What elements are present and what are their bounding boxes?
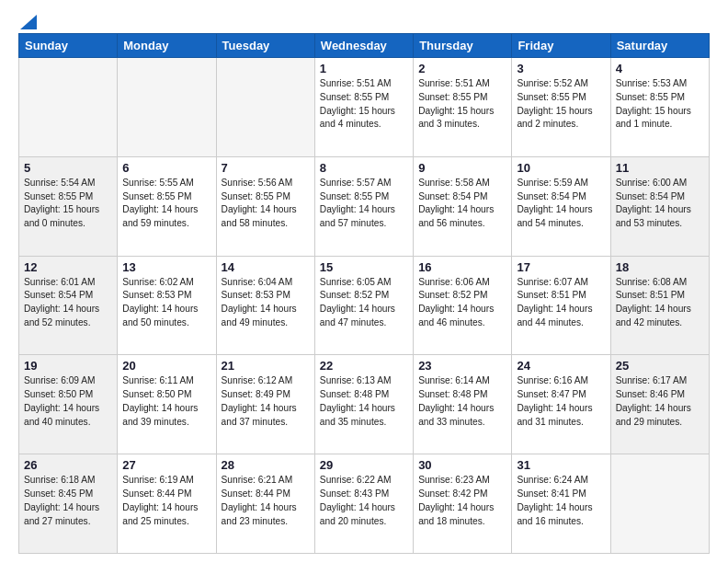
calendar-cell: 19Sunrise: 6:09 AMSunset: 8:50 PMDayligh… <box>19 355 118 454</box>
calendar-cell: 11Sunrise: 6:00 AMSunset: 8:54 PMDayligh… <box>610 156 709 256</box>
day-number: 4 <box>616 62 704 75</box>
calendar-table: SundayMondayTuesdayWednesdayThursdayFrid… <box>18 33 710 554</box>
calendar-header-row: SundayMondayTuesdayWednesdayThursdayFrid… <box>19 34 710 58</box>
cell-text: Sunrise: 5:53 AMSunset: 8:55 PMDaylight:… <box>616 78 691 129</box>
day-number: 7 <box>222 161 310 175</box>
day-number: 22 <box>320 359 408 373</box>
calendar-cell: 1Sunrise: 5:51 AMSunset: 8:55 PMDaylight… <box>314 58 413 157</box>
cell-text: Sunrise: 6:18 AMSunset: 8:45 PMDaylight:… <box>24 475 99 525</box>
weekday-header-sunday: Sunday <box>19 34 118 58</box>
day-number: 9 <box>418 161 506 175</box>
calendar-cell: 18Sunrise: 6:08 AMSunset: 8:51 PMDayligh… <box>610 256 709 355</box>
calendar-cell: 5Sunrise: 5:54 AMSunset: 8:55 PMDaylight… <box>19 156 118 256</box>
calendar-cell: 28Sunrise: 6:21 AMSunset: 8:44 PMDayligh… <box>216 454 314 554</box>
calendar-cell: 30Sunrise: 6:23 AMSunset: 8:42 PMDayligh… <box>414 454 512 554</box>
day-number: 25 <box>616 359 704 373</box>
day-number: 28 <box>222 458 310 472</box>
day-number: 27 <box>122 458 210 472</box>
weekday-header-saturday: Saturday <box>610 34 709 58</box>
cell-text: Sunrise: 5:57 AMSunset: 8:55 PMDaylight:… <box>320 178 395 228</box>
day-number: 29 <box>320 458 408 472</box>
calendar-cell: 2Sunrise: 5:51 AMSunset: 8:55 PMDaylight… <box>414 58 512 157</box>
cell-text: Sunrise: 6:04 AMSunset: 8:53 PMDaylight:… <box>222 277 297 327</box>
calendar-cell: 14Sunrise: 6:04 AMSunset: 8:53 PMDayligh… <box>216 256 314 355</box>
day-number: 20 <box>122 359 210 373</box>
header <box>18 15 710 26</box>
cell-text: Sunrise: 6:00 AMSunset: 8:54 PMDaylight:… <box>616 178 691 228</box>
calendar-cell: 3Sunrise: 5:52 AMSunset: 8:55 PMDaylight… <box>512 58 610 157</box>
day-number: 3 <box>517 62 605 75</box>
calendar-cell: 16Sunrise: 6:06 AMSunset: 8:52 PMDayligh… <box>414 256 512 355</box>
week-row-1: 1Sunrise: 5:51 AMSunset: 8:55 PMDaylight… <box>19 58 710 157</box>
calendar-cell: 15Sunrise: 6:05 AMSunset: 8:52 PMDayligh… <box>314 256 413 355</box>
day-number: 2 <box>418 62 506 75</box>
cell-text: Sunrise: 6:09 AMSunset: 8:50 PMDaylight:… <box>24 375 99 426</box>
day-number: 21 <box>222 359 310 373</box>
weekday-header-monday: Monday <box>118 34 216 58</box>
cell-text: Sunrise: 6:11 AMSunset: 8:50 PMDaylight:… <box>122 375 198 426</box>
calendar-cell: 27Sunrise: 6:19 AMSunset: 8:44 PMDayligh… <box>118 454 216 554</box>
cell-text: Sunrise: 5:51 AMSunset: 8:55 PMDaylight:… <box>320 78 395 129</box>
cell-text: Sunrise: 6:19 AMSunset: 8:44 PMDaylight:… <box>122 475 198 525</box>
calendar-cell: 10Sunrise: 5:59 AMSunset: 8:54 PMDayligh… <box>512 156 610 256</box>
day-number: 23 <box>418 359 506 373</box>
day-number: 18 <box>616 260 704 274</box>
day-number: 10 <box>517 161 605 175</box>
day-number: 13 <box>122 260 210 274</box>
calendar-cell: 9Sunrise: 5:58 AMSunset: 8:54 PMDaylight… <box>414 156 512 256</box>
calendar-cell: 4Sunrise: 5:53 AMSunset: 8:55 PMDaylight… <box>610 58 709 157</box>
calendar-cell <box>216 58 314 157</box>
calendar-cell <box>19 58 118 157</box>
calendar-cell: 13Sunrise: 6:02 AMSunset: 8:53 PMDayligh… <box>118 256 216 355</box>
page: SundayMondayTuesdayWednesdayThursdayFrid… <box>0 0 728 563</box>
cell-text: Sunrise: 5:51 AMSunset: 8:55 PMDaylight:… <box>418 78 494 129</box>
week-row-5: 26Sunrise: 6:18 AMSunset: 8:45 PMDayligh… <box>19 454 710 554</box>
cell-text: Sunrise: 5:54 AMSunset: 8:55 PMDaylight:… <box>24 178 99 228</box>
day-number: 30 <box>418 458 506 472</box>
calendar-cell: 24Sunrise: 6:16 AMSunset: 8:47 PMDayligh… <box>512 355 610 454</box>
cell-text: Sunrise: 5:56 AMSunset: 8:55 PMDaylight:… <box>222 178 297 228</box>
calendar-cell: 31Sunrise: 6:24 AMSunset: 8:41 PMDayligh… <box>512 454 610 554</box>
day-number: 31 <box>517 458 605 472</box>
day-number: 15 <box>320 260 408 274</box>
logo-triangle-icon <box>20 15 37 29</box>
day-number: 19 <box>24 359 112 373</box>
cell-text: Sunrise: 6:02 AMSunset: 8:53 PMDaylight:… <box>122 277 198 327</box>
calendar-cell: 21Sunrise: 6:12 AMSunset: 8:49 PMDayligh… <box>216 355 314 454</box>
cell-text: Sunrise: 6:21 AMSunset: 8:44 PMDaylight:… <box>222 475 297 525</box>
cell-text: Sunrise: 6:14 AMSunset: 8:48 PMDaylight:… <box>418 375 494 426</box>
calendar-cell: 17Sunrise: 6:07 AMSunset: 8:51 PMDayligh… <box>512 256 610 355</box>
day-number: 17 <box>517 260 605 274</box>
cell-text: Sunrise: 6:12 AMSunset: 8:49 PMDaylight:… <box>222 375 297 426</box>
weekday-header-tuesday: Tuesday <box>216 34 314 58</box>
week-row-2: 5Sunrise: 5:54 AMSunset: 8:55 PMDaylight… <box>19 156 710 256</box>
calendar-cell: 23Sunrise: 6:14 AMSunset: 8:48 PMDayligh… <box>414 355 512 454</box>
calendar-cell <box>610 454 709 554</box>
cell-text: Sunrise: 5:52 AMSunset: 8:55 PMDaylight:… <box>517 78 592 129</box>
day-number: 12 <box>24 260 112 274</box>
weekday-header-thursday: Thursday <box>414 34 512 58</box>
svg-marker-0 <box>20 15 37 29</box>
day-number: 14 <box>222 260 310 274</box>
cell-text: Sunrise: 6:23 AMSunset: 8:42 PMDaylight:… <box>418 475 494 525</box>
day-number: 11 <box>616 161 704 175</box>
cell-text: Sunrise: 6:08 AMSunset: 8:51 PMDaylight:… <box>616 277 691 327</box>
day-number: 1 <box>320 62 408 75</box>
calendar-cell: 12Sunrise: 6:01 AMSunset: 8:54 PMDayligh… <box>19 256 118 355</box>
day-number: 16 <box>418 260 506 274</box>
calendar-cell <box>118 58 216 157</box>
calendar-cell: 25Sunrise: 6:17 AMSunset: 8:46 PMDayligh… <box>610 355 709 454</box>
calendar-cell: 6Sunrise: 5:55 AMSunset: 8:55 PMDaylight… <box>118 156 216 256</box>
cell-text: Sunrise: 6:24 AMSunset: 8:41 PMDaylight:… <box>517 475 592 525</box>
cell-text: Sunrise: 6:22 AMSunset: 8:43 PMDaylight:… <box>320 475 395 525</box>
cell-text: Sunrise: 6:07 AMSunset: 8:51 PMDaylight:… <box>517 277 592 327</box>
day-number: 6 <box>122 161 210 175</box>
calendar-cell: 29Sunrise: 6:22 AMSunset: 8:43 PMDayligh… <box>314 454 413 554</box>
cell-text: Sunrise: 6:13 AMSunset: 8:48 PMDaylight:… <box>320 375 395 426</box>
calendar-cell: 7Sunrise: 5:56 AMSunset: 8:55 PMDaylight… <box>216 156 314 256</box>
day-number: 24 <box>517 359 605 373</box>
weekday-header-friday: Friday <box>512 34 610 58</box>
calendar-cell: 26Sunrise: 6:18 AMSunset: 8:45 PMDayligh… <box>19 454 118 554</box>
week-row-3: 12Sunrise: 6:01 AMSunset: 8:54 PMDayligh… <box>19 256 710 355</box>
calendar-cell: 22Sunrise: 6:13 AMSunset: 8:48 PMDayligh… <box>314 355 413 454</box>
